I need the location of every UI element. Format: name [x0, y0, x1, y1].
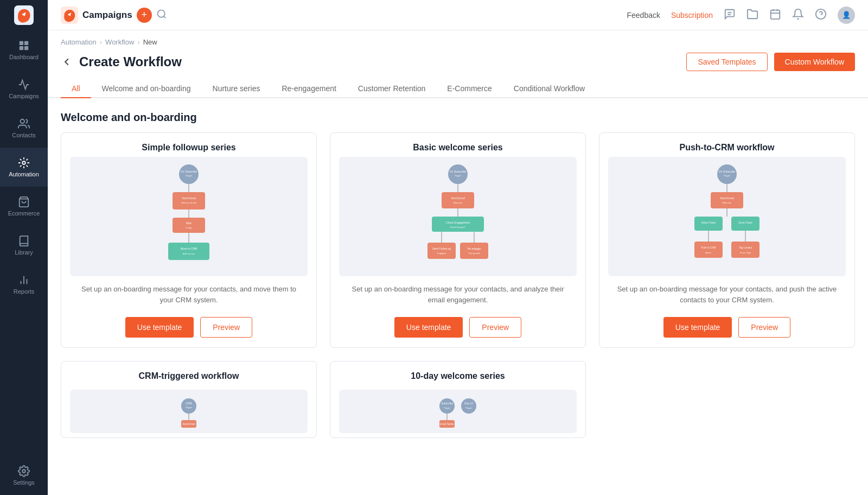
sidebar-item-settings[interactable]: Settings [0, 456, 48, 495]
sidebar-item-label: Contacts [12, 132, 35, 138]
svg-text:Trigger: Trigger [455, 174, 462, 177]
breadcrumb-workflow[interactable]: Workflow [105, 38, 134, 46]
contacts-icon [18, 118, 30, 130]
sidebar-item-automation[interactable]: Automation [0, 148, 48, 187]
content-area: Automation › Workflow › New Create Workf… [48, 30, 868, 495]
svg-rect-54 [460, 243, 488, 259]
ecommerce-icon [18, 196, 30, 208]
svg-text:Trigger: Trigger [444, 407, 451, 409]
svg-text:Email Opened?: Email Opened? [450, 226, 465, 229]
card-description-2: Set up an on-boarding message for your c… [330, 276, 585, 310]
svg-text:3 days: 3 days [186, 226, 192, 229]
app-logo [61, 7, 78, 24]
svg-text:Subscribe: Subscribe [441, 402, 453, 405]
card-title-3: Push-to-CRM workflow [599, 133, 854, 157]
svg-text:Active: Active [706, 251, 712, 254]
card-title-1: Simple followup series [61, 133, 316, 157]
saved-templates-button[interactable]: Saved Templates [686, 53, 767, 71]
empty-bottom-col [599, 361, 855, 438]
card-crm-triggered: CRM-triggered workflow CRM Trigger Send … [61, 361, 317, 438]
topnav-left: Campaigns + [61, 7, 618, 24]
svg-point-11 [22, 469, 25, 473]
folder-icon[interactable] [746, 8, 758, 22]
use-template-button-3[interactable]: Use template [663, 317, 732, 338]
svg-rect-2 [24, 41, 28, 45]
calendar-icon[interactable] [769, 8, 781, 22]
tab-nurture[interactable]: Nurture series [202, 80, 271, 98]
user-avatar[interactable]: 👤 [838, 7, 855, 24]
svg-point-13 [157, 10, 164, 17]
sidebar-item-reports[interactable]: Reports [0, 265, 48, 304]
tab-all[interactable]: All [61, 80, 91, 98]
library-icon [18, 235, 30, 247]
svg-text:Check Engagement: Check Engagement [446, 221, 470, 224]
use-template-button-1[interactable]: Use template [125, 317, 194, 338]
card-diagram-4: CRM Trigger Send Email [70, 390, 308, 433]
sidebar-item-label: Campaigns [9, 93, 39, 99]
sidebar-item-dashboard[interactable]: Dashboard [0, 30, 48, 69]
sidebar-item-label: Settings [13, 479, 35, 486]
card-10day-welcome: 10-day welcome series Subscribe Trigger … [330, 361, 586, 438]
help-icon[interactable] [815, 8, 827, 22]
svg-text:Welcome Email: Welcome Email [181, 201, 196, 204]
sidebar-item-library[interactable]: Library [0, 226, 48, 265]
feedback-link[interactable]: Feedback [627, 11, 660, 20]
preview-button-1[interactable]: Preview [200, 317, 252, 338]
reports-icon [18, 274, 30, 286]
tab-retention[interactable]: Customer Retention [347, 80, 437, 98]
card-simple-followup: Simple followup series On Subscribe Trig… [61, 132, 317, 348]
preview-button-3[interactable]: Preview [738, 317, 790, 338]
app-brand: Campaigns [82, 10, 132, 21]
sidebar-logo [0, 0, 48, 30]
breadcrumb-sep-1: › [100, 38, 102, 46]
use-template-button-2[interactable]: Use template [394, 317, 463, 338]
sidebar-item-label: Ecommerce [8, 210, 40, 217]
section-title: Welcome and on-boarding [48, 98, 868, 132]
card-description-3: Set up an on-boarding message for your c… [599, 276, 854, 310]
card-diagram-1: On Subscribe Trigger Send Email Welcome … [70, 157, 308, 276]
svg-rect-51 [427, 243, 456, 259]
bottom-cards-grid: CRM-triggered workflow CRM Trigger Send … [48, 361, 868, 451]
back-button[interactable] [61, 56, 73, 68]
header-actions: Saved Templates Custom Workflow [686, 53, 855, 71]
preview-button-2[interactable]: Preview [469, 317, 521, 338]
add-button[interactable]: + [137, 8, 152, 23]
sidebar-item-contacts[interactable]: Contacts [0, 109, 48, 148]
sidebar-item-campaigns[interactable]: Campaigns [0, 69, 48, 109]
topnav: Campaigns + Feedback Subscription [48, 0, 868, 30]
card-diagram-5: Subscribe Trigger Day 10 Trigger Email S… [339, 390, 577, 433]
svg-line-14 [164, 16, 166, 18]
sidebar-item-label: Automation [9, 171, 39, 177]
tab-reengagement[interactable]: Re-engagement [271, 80, 347, 98]
svg-text:Send Follow-up: Send Follow-up [432, 247, 451, 250]
subscription-link[interactable]: Subscription [671, 11, 713, 20]
svg-text:Score Check: Score Check [738, 221, 753, 224]
svg-text:Active Check: Active Check [701, 221, 716, 224]
svg-point-86 [461, 398, 476, 414]
bell-icon[interactable] [792, 8, 804, 22]
svg-point-6 [22, 161, 25, 164]
breadcrumb-automation[interactable]: Automation [61, 38, 97, 46]
cards-grid: Simple followup series On Subscribe Trig… [48, 132, 868, 361]
card-actions-1: Use template Preview [61, 310, 316, 347]
card-title-5: 10-day welcome series [330, 361, 585, 385]
tab-welcome[interactable]: Welcome and on-boarding [91, 80, 202, 98]
card-push-crm: Push-to-CRM workflow On Subscribe Trigge… [599, 132, 855, 348]
custom-workflow-button[interactable]: Custom Workflow [774, 53, 855, 71]
svg-text:Re-engage: Re-engage [468, 247, 481, 250]
breadcrumb-sep-2: › [137, 38, 139, 46]
page-header: Create Workflow Saved Templates Custom W… [48, 46, 868, 71]
sidebar-item-ecommerce[interactable]: Ecommerce [0, 187, 48, 226]
svg-text:On Subscribe: On Subscribe [181, 170, 197, 173]
tab-ecommerce[interactable]: E-Commerce [436, 80, 502, 98]
messages-icon[interactable] [724, 8, 736, 22]
svg-rect-27 [173, 192, 205, 210]
card-title-2: Basic welcome series [330, 133, 585, 157]
svg-rect-35 [168, 243, 209, 260]
card-diagram-3: On Subscribe Trigger Send Email Welcome … [608, 157, 846, 276]
svg-rect-17 [771, 10, 780, 18]
svg-rect-3 [20, 46, 23, 50]
tab-conditional[interactable]: Conditional Workflow [503, 80, 596, 98]
search-icon[interactable] [156, 9, 167, 22]
tabs: All Welcome and on-boarding Nurture seri… [48, 71, 868, 98]
